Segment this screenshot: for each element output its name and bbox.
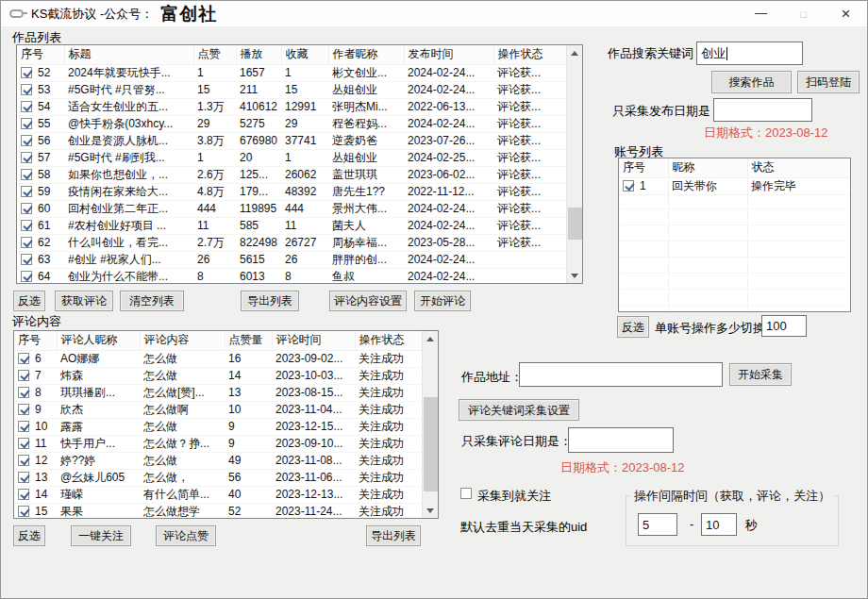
table-row[interactable]: 55@快手粉条(03xhcy...29527529程爸程妈...2024-02-… (17, 115, 567, 132)
column-header[interactable]: 播放 (236, 45, 281, 64)
table-row[interactable]: 15果果怎么做想学522023-11-24...关注成功 (14, 503, 423, 519)
row-checkbox[interactable] (21, 152, 32, 163)
search-works-button[interactable]: 搜索作品 (711, 71, 792, 93)
table-row[interactable]: 1回关带你操作完毕 (619, 177, 850, 194)
row-checkbox[interactable] (21, 237, 32, 248)
row-checkbox[interactable] (21, 186, 32, 197)
follow-on-collect-checkbox[interactable] (460, 488, 472, 499)
interval-max-input[interactable] (701, 513, 737, 536)
column-header[interactable]: 昵称 (668, 158, 747, 177)
keyword-input[interactable]: 创业 (696, 42, 803, 65)
keyword-collect-settings-button[interactable]: 评论关键词采集设置 (459, 399, 579, 421)
row-checkbox[interactable] (21, 135, 32, 146)
clear-list-button[interactable]: 清空列表 (120, 291, 184, 311)
table-row[interactable]: 9欣杰怎么做啊102023-11-04...关注成功 (14, 401, 423, 418)
row-checkbox[interactable] (18, 506, 29, 517)
table-row[interactable]: 64创业为什么不能带...860138鱼叔2024-02-24... (17, 268, 567, 284)
table-row[interactable]: 8琪琪播剧...怎么做[赞]...132023-08-15...关注成功 (14, 384, 423, 401)
row-checkbox[interactable] (18, 421, 29, 432)
table-row[interactable]: 522024年就要玩快手...116571彬文创业...2024-02-24..… (17, 64, 567, 81)
column-header[interactable]: 标题 (64, 45, 193, 64)
column-header[interactable]: 操作状态 (355, 331, 423, 350)
column-header[interactable]: 序号 (17, 45, 64, 64)
row-checkbox[interactable] (21, 118, 32, 129)
column-header[interactable]: 点赞 (193, 45, 236, 64)
table-row[interactable]: 10露露怎么做92023-12-15...关注成功 (14, 418, 423, 435)
works-invert-button[interactable]: 反选 (13, 291, 45, 311)
column-header[interactable]: 操作状态 (493, 45, 567, 64)
table-row[interactable]: 6AO娜娜怎么做162023-09-02...关注成功 (14, 350, 423, 367)
row-checkbox[interactable] (18, 472, 29, 483)
table-row[interactable]: 11快手用户...怎么做？挣...92023-09-10...关注成功 (14, 435, 423, 452)
comments-invert-button[interactable]: 反选 (13, 525, 45, 546)
table-row[interactable]: 63#创业 #祝家人们...26561526胖胖的创...2024-02-24.… (17, 251, 567, 268)
scroll-up-icon[interactable] (567, 45, 582, 61)
row-checkbox[interactable] (18, 370, 29, 381)
table-row[interactable]: 60回村创业第二年正...444119895444景州大伟...2024-02-… (17, 200, 567, 217)
interval-min-input[interactable] (638, 513, 677, 536)
table-row[interactable]: 56创业是资源人脉机...3.8万67698037741逆袭奶爸2023-07-… (17, 132, 567, 149)
scroll-up-icon[interactable] (423, 331, 438, 347)
comment-settings-button[interactable]: 评论内容设置 (329, 291, 407, 311)
row-checkbox[interactable] (21, 169, 32, 180)
table-row[interactable]: 61#农村创业好项目 ...1158511菌夫人2024-02-24...评论获… (17, 217, 567, 234)
column-header[interactable]: 点赞量 (225, 331, 272, 350)
row-checkbox[interactable] (18, 404, 29, 415)
table-row[interactable]: 7炜森怎么做142023-10-03...关注成功 (14, 367, 423, 384)
table-row[interactable]: 62什么叫创业，看完...2.7万82249826727周杨幸福...2023-… (17, 234, 567, 251)
row-checkbox[interactable] (18, 353, 29, 364)
qr-login-button[interactable]: 扫码登陆 (797, 71, 860, 93)
column-header[interactable]: 序号 (619, 158, 668, 177)
table-row[interactable]: 58如果你也想创业，...2.6万125...26062盖世琪琪2023-06-… (17, 166, 567, 183)
column-header[interactable]: 评论时间 (272, 331, 355, 350)
switch-count-input[interactable] (761, 315, 807, 337)
table-row[interactable]: 14瑾嵘有什么简单...402023-12-13...关注成功 (14, 486, 423, 503)
table-row[interactable]: 12婷??婷怎么做492023-11-08...关注成功 (14, 452, 423, 469)
row-checkbox[interactable] (21, 101, 32, 112)
row-checkbox[interactable] (18, 455, 29, 466)
column-header[interactable]: 评论人昵称 (57, 331, 140, 350)
accounts-invert-button[interactable]: 反选 (617, 316, 649, 338)
table-row[interactable]: 13@幺妹儿605怎么做，562023-11-06...关注成功 (14, 469, 423, 486)
column-header[interactable]: 发布时间 (404, 45, 493, 64)
row-checkbox[interactable] (18, 438, 29, 449)
like-comments-button[interactable]: 评论点赞 (156, 525, 216, 546)
row-checkbox[interactable] (21, 271, 32, 282)
row-checkbox[interactable] (21, 84, 32, 95)
column-header[interactable]: 作者昵称 (328, 45, 404, 64)
works-export-button[interactable]: 导出列表 (241, 291, 299, 311)
work-url-input[interactable] (519, 362, 723, 387)
table-row[interactable]: 57#5G时代 #刷到我...1201丛姐创业2024-02-25...评论获.… (17, 149, 567, 166)
publish-date-input[interactable] (713, 98, 812, 122)
comment-date-input[interactable] (568, 427, 674, 453)
row-checkbox[interactable] (623, 180, 634, 191)
scroll-down-icon[interactable] (567, 267, 582, 283)
table-row[interactable]: 53#5G时代 #只管努...1521115丛姐创业2024-02-24...评… (17, 81, 567, 98)
row-checkbox[interactable] (21, 203, 32, 214)
start-collect-button[interactable]: 开始采集 (729, 363, 792, 386)
row-checkbox[interactable] (18, 489, 29, 500)
column-header[interactable]: 状态 (747, 158, 850, 177)
row-checkbox[interactable] (21, 220, 32, 231)
column-header[interactable]: 评论内容 (140, 331, 225, 350)
column-header[interactable]: 序号 (14, 331, 57, 350)
no-cell: 63 (17, 251, 64, 268)
minimize-button[interactable]: — (740, 1, 782, 27)
works-scrollbar[interactable] (566, 45, 582, 283)
scroll-down-icon[interactable] (423, 502, 438, 518)
get-comments-button[interactable]: 获取评论 (55, 291, 113, 311)
table-row[interactable]: 59疫情闲在家来给大...4.8万179...48392唐先生1??2022-1… (17, 183, 567, 200)
comments-export-button[interactable]: 导出列表 (366, 525, 421, 546)
maximize-button[interactable]: □ (782, 1, 825, 27)
column-header[interactable]: 收藏 (281, 45, 328, 64)
row-checkbox[interactable] (21, 254, 32, 265)
comments-scrollbar[interactable] (422, 331, 438, 518)
table-row[interactable]: 54适合女生创业的五...1.3万41061212991张明杰Mi...2022… (17, 98, 567, 115)
start-comment-button[interactable]: 开始评论 (414, 291, 471, 311)
follow-all-button[interactable]: 一键关注 (71, 525, 131, 546)
row-checkbox[interactable] (18, 387, 29, 398)
scroll-thumb[interactable] (568, 208, 582, 240)
scroll-thumb[interactable] (424, 397, 438, 491)
row-checkbox[interactable] (21, 67, 32, 78)
close-button[interactable]: × (825, 1, 867, 27)
